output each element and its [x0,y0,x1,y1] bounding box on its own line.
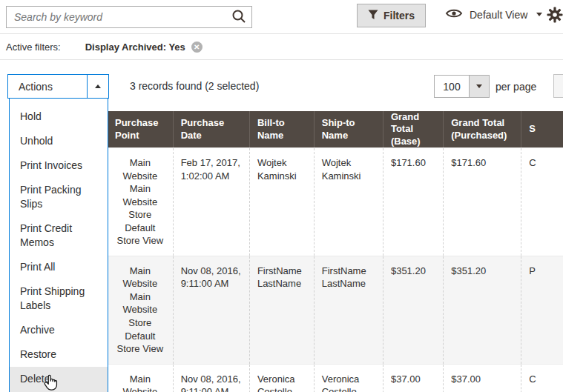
settings-gear-button[interactable] [547,7,563,23]
column-header-ship-to-name[interactable]: Ship-to Name [314,111,383,147]
cell-grand-total-purchased: $171.60 [443,148,521,256]
cell-bill-to-name: FirstName LastName [249,256,314,364]
hand-pointer-cursor-icon [42,373,59,392]
search-input[interactable] [7,11,226,23]
cell-bill-to-name: Veronica Costello [249,365,314,392]
eye-icon [445,7,463,21]
funnel-icon [368,10,378,22]
per-page-caret-segment[interactable] [469,76,489,97]
actions-dropdown-button[interactable]: Actions [7,74,109,99]
per-page-value: 100 [435,76,469,97]
cell-purchase-point: Main Website Main Website Store Default … [108,256,173,364]
menu-item-print-all[interactable]: Print All [10,255,108,279]
orders-grid-page: Filters Default View [0,0,563,392]
cell-purchase-date: Nov 08, 2016, 9:11:00 AM [173,256,249,364]
column-header-grand-total-base[interactable]: Grand Total (Base) [383,111,443,147]
menu-item-print-invoices[interactable]: Print Invoices [10,153,108,178]
menu-item-hold[interactable]: Hold [10,104,108,129]
active-filter-chip: Display Archived: Yes ✕ [85,41,203,53]
menu-item-unhold[interactable]: Unhold [10,129,108,153]
cell-status: P [521,256,563,364]
filters-button[interactable]: Filters [357,4,426,27]
menu-item-print-credit-memos[interactable]: Print Credit Memos [10,216,108,255]
actions-caret-segment[interactable] [87,75,108,98]
view-switcher-label: Default View [470,9,527,21]
cell-bill-to-name: Wojtek Kaminski [249,148,314,256]
cell-grand-total-purchased: $351.20 [443,256,521,364]
active-filter-text: Display Archived: Yes [85,41,185,53]
active-filters-label: Active filters: [6,41,61,53]
menu-item-archive[interactable]: Archive [10,318,108,342]
remove-filter-icon[interactable]: ✕ [191,41,203,53]
cell-status: C [521,365,563,392]
column-header-bill-to-name[interactable]: Bill-to Name [249,111,314,147]
column-header-purchase-date[interactable]: Purchase Date [173,111,249,147]
table-row[interactable]: Main Website Main Website Store Default … [108,147,563,256]
active-filters-bar: Active filters: Display Archived: Yes ✕ [0,34,563,60]
cell-ship-to-name: Wojtek Kaminski [314,148,383,256]
cell-grand-total-base: $37.00 [383,365,443,392]
search-icon [231,9,246,26]
cell-grand-total-base: $171.60 [383,148,443,256]
chevron-down-icon [536,13,542,16]
actions-dropdown-menu: Hold Unhold Print Invoices Print Packing… [9,98,108,392]
cell-purchase-date: Nov 08, 2016, 9:11:00 AM [173,365,249,392]
caret-up-icon [95,84,101,88]
menu-item-delete[interactable]: Delete [10,367,108,392]
filters-button-label: Filters [383,10,415,21]
cell-grand-total-purchased: $37.00 [443,365,521,392]
column-header-purchase-point[interactable]: Purchase Point [108,111,173,147]
gear-icon [547,13,563,25]
orders-table: Purchase Point Purchase Date Bill-to Nam… [108,111,563,392]
table-header-row: Purchase Point Purchase Date Bill-to Nam… [108,111,563,147]
per-page-select[interactable]: 100 [434,75,490,98]
pagination-prev-button[interactable] [553,74,563,98]
cell-grand-total-base: $351.20 [383,256,443,364]
cell-purchase-point: Main Website Main Website Store Default … [108,148,173,256]
caret-down-icon [476,84,482,88]
table-row[interactable]: Main Website Main Website Store Default … [108,256,563,364]
cell-ship-to-name: FirstName LastName [314,256,383,364]
cell-status: C [521,148,563,256]
cell-purchase-point: Main Website Main Website Store Default … [108,365,173,392]
per-page-label: per page [495,81,536,93]
column-header-grand-total-purchased[interactable]: Grand Total (Purchased) [443,111,521,147]
cell-ship-to-name: Veronica Costello [314,365,383,392]
menu-item-print-packing-slips[interactable]: Print Packing Slips [10,178,108,216]
view-switcher[interactable]: Default View [445,7,542,21]
menu-item-print-shipping-labels[interactable]: Print Shipping Labels [10,279,108,318]
search-button[interactable] [226,7,251,27]
table-row[interactable]: Main Website Main Website Store Default … [108,364,563,392]
column-header-status[interactable]: S [521,111,563,147]
keyword-search [6,6,252,28]
records-summary: 3 records found (2 selected) [130,80,259,92]
actions-button-label: Actions [8,75,87,98]
cell-purchase-date: Feb 17, 2017, 1:02:00 AM [173,148,249,256]
menu-item-restore[interactable]: Restore [10,342,108,367]
